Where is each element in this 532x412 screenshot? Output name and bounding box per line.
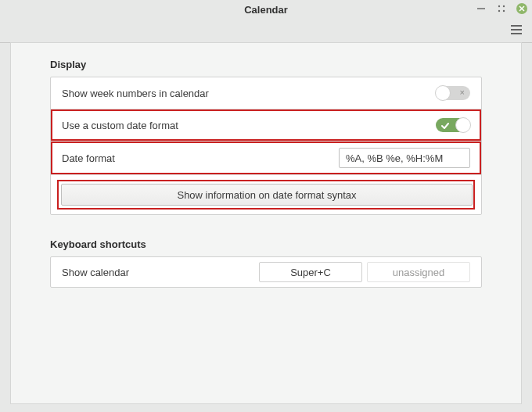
label-use-custom-format: Use a custom date format	[62, 120, 178, 131]
minimize-button[interactable]	[476, 3, 487, 14]
section-title-display: Display	[50, 59, 482, 70]
toggle-use-custom-format[interactable]	[436, 118, 470, 132]
content-pane: Display Show week numbers in calendar × …	[10, 42, 522, 404]
button-date-format-syntax-label: Show information on date format syntax	[177, 189, 356, 201]
section-title-shortcuts: Keyboard shortcuts	[50, 238, 482, 250]
toolbar	[0, 19, 532, 43]
row-show-week-numbers: Show week numbers in calendar ×	[51, 77, 481, 109]
row-date-format: Date format	[51, 141, 481, 174]
svg-point-3	[498, 10, 500, 12]
label-show-week-numbers: Show week numbers in calendar	[62, 88, 209, 99]
svg-point-1	[498, 5, 500, 7]
shortcut-primary[interactable]: Super+C	[259, 262, 362, 282]
syntax-highlight: Show information on date format syntax	[57, 180, 475, 210]
button-date-format-syntax[interactable]: Show information on date format syntax	[61, 184, 473, 206]
maximize-button[interactable]	[496, 3, 507, 14]
window-buttons	[476, 3, 527, 14]
svg-point-2	[503, 5, 505, 7]
window-title: Calendar	[244, 4, 288, 16]
shortcut-row: Show calendar Super+C unassigned	[51, 257, 481, 287]
shortcut-secondary[interactable]: unassigned	[367, 262, 470, 282]
shortcuts-panel: Show calendar Super+C unassigned	[50, 256, 482, 288]
display-panel: Show week numbers in calendar × Use a cu…	[50, 77, 482, 215]
label-date-format: Date format	[62, 152, 115, 164]
page: Display Show week numbers in calendar × …	[11, 43, 521, 303]
row-syntax-info: Show information on date format syntax	[51, 174, 481, 214]
svg-point-4	[503, 10, 505, 12]
close-button[interactable]	[516, 3, 527, 14]
shortcut-label: Show calendar	[62, 267, 254, 278]
toggle-show-week-numbers[interactable]: ×	[436, 86, 470, 100]
input-date-format[interactable]	[339, 148, 470, 168]
row-use-custom-format: Use a custom date format	[51, 109, 481, 141]
titlebar: Calendar	[0, 0, 532, 19]
menu-icon[interactable]	[510, 25, 524, 36]
